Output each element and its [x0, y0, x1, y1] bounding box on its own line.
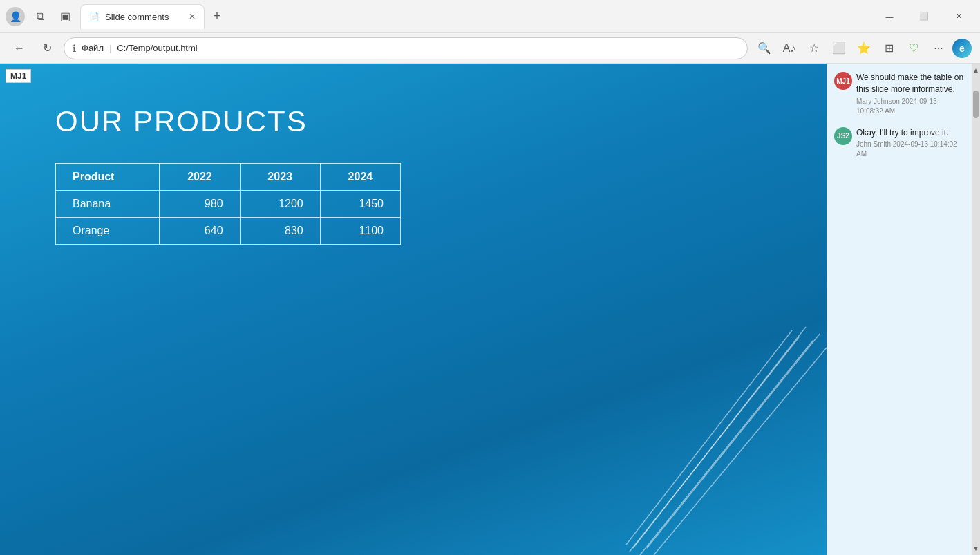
nav-bar: ← ↻ ℹ Файл | C:/Temp/output.html 🔍 A♪ ☆ …: [0, 33, 980, 64]
cell-orange-2023: 830: [240, 218, 320, 245]
scroll-up-arrow[interactable]: ▲: [970, 64, 980, 77]
cell-banana-2023: 1200: [240, 191, 320, 218]
comment-meta-1: Mary Johnson 2024-09-13 10:08:32 AM: [856, 97, 965, 116]
window-controls: — ⬜ ✕: [874, 6, 974, 28]
svg-line-1: [647, 334, 820, 548]
bookmark-button[interactable]: ☆: [803, 37, 825, 59]
new-tab-button[interactable]: +: [207, 7, 227, 26]
col-2024: 2024: [320, 164, 400, 191]
svg-line-3: [633, 327, 806, 548]
comment-body-1: We should make the table on this slide m…: [856, 72, 965, 116]
comments-panel: MJ1 We should make the table on this sli…: [827, 64, 972, 555]
cell-banana-2022: 980: [160, 191, 240, 218]
comment-meta-2: John Smith 2024-09-13 10:14:02 AM: [856, 140, 965, 159]
col-2022: 2022: [160, 164, 240, 191]
workspaces-icon[interactable]: ⧉: [30, 7, 50, 26]
table-row: Orange 640 830 1100: [56, 218, 401, 245]
comment-entry-2: JS2 Okay, I'll try to improve it. John S…: [834, 127, 965, 160]
cell-orange-2024: 1100: [320, 218, 400, 245]
scrollbar-thumb[interactable]: [973, 91, 979, 118]
refresh-button[interactable]: ↻: [36, 37, 58, 59]
col-product: Product: [56, 164, 160, 191]
browser-window: 👤 ⧉ ▣ 📄 Slide comments ✕ + — ⬜ ✕ ← ↻ ℹ Ф…: [0, 0, 980, 555]
collections-button[interactable]: ⊞: [878, 37, 900, 59]
comment-text-1: We should make the table on this slide m…: [856, 72, 965, 95]
product-table: Product 2022 2023 2024 Banana 980 1200 1…: [55, 163, 401, 245]
comment-entry-1: MJ1 We should make the table on this sli…: [834, 72, 965, 116]
cell-banana-name: Banana: [56, 191, 160, 218]
cell-orange-name: Orange: [56, 218, 160, 245]
comment-text-2: Okay, I'll try to improve it.: [856, 127, 965, 139]
address-info-icon: ℹ: [73, 43, 76, 54]
tab-slide-comments[interactable]: 📄 Slide comments ✕: [80, 4, 205, 29]
table-row: Banana 980 1200 1450: [56, 191, 401, 218]
address-file-label: Файл: [82, 43, 104, 53]
slide-title: OUR PRODUCTS: [55, 105, 771, 138]
col-2023: 2023: [240, 164, 320, 191]
search-icon-button[interactable]: 🔍: [753, 37, 775, 59]
main-content: MJ1 OUR PRODUCTS Product 2022 2023 2024: [0, 64, 980, 555]
svg-line-2: [640, 341, 813, 555]
title-bar: 👤 ⧉ ▣ 📄 Slide comments ✕ + — ⬜ ✕: [0, 0, 980, 33]
nav-right-buttons: 🔍 A♪ ☆ ⬜ ⭐ ⊞ ♡ ··· e: [753, 37, 972, 59]
mj1-badge[interactable]: MJ1: [6, 69, 31, 83]
scroll-down-arrow[interactable]: ▼: [970, 542, 980, 555]
address-bar[interactable]: ℹ Файл | C:/Temp/output.html: [64, 37, 748, 59]
back-button[interactable]: ←: [8, 37, 30, 59]
health-button[interactable]: ♡: [903, 37, 925, 59]
maximize-button[interactable]: ⬜: [908, 6, 940, 28]
sidebar-icon[interactable]: ▣: [55, 7, 75, 26]
favorites-button[interactable]: ⭐: [853, 37, 875, 59]
tab-bar: 📄 Slide comments ✕ +: [80, 4, 874, 29]
table-header-row: Product 2022 2023 2024: [56, 164, 401, 191]
minimize-button[interactable]: —: [874, 6, 905, 28]
address-url: C:/Temp/output.html: [117, 43, 197, 53]
slide-content: OUR PRODUCTS Product 2022 2023 2024 Bana…: [0, 64, 827, 272]
svg-line-5: [626, 330, 792, 545]
avatar-mj1: MJ1: [834, 72, 852, 90]
cell-orange-2022: 640: [160, 218, 240, 245]
split-screen-button[interactable]: ⬜: [828, 37, 850, 59]
decorative-lines: [619, 279, 827, 555]
address-separator: |: [109, 43, 111, 53]
tab-page-icon: 📄: [89, 12, 100, 21]
tab-close-button[interactable]: ✕: [189, 12, 196, 21]
tab-label: Slide comments: [105, 12, 169, 22]
read-aloud-button[interactable]: A♪: [778, 37, 800, 59]
more-button[interactable]: ···: [927, 37, 950, 59]
avatar-js2: JS2: [834, 127, 852, 145]
edge-icon[interactable]: e: [952, 39, 972, 58]
svg-line-4: [630, 337, 799, 552]
close-button[interactable]: ✕: [943, 6, 974, 28]
comment-body-2: Okay, I'll try to improve it. John Smith…: [856, 127, 965, 160]
cell-banana-2024: 1450: [320, 191, 400, 218]
profile-icon[interactable]: 👤: [6, 7, 25, 26]
slide-area: MJ1 OUR PRODUCTS Product 2022 2023 2024: [0, 64, 827, 555]
svg-line-0: [654, 348, 827, 555]
scrollbar[interactable]: ▲ ▼: [972, 64, 980, 555]
title-bar-left: 👤 ⧉ ▣: [6, 7, 75, 26]
